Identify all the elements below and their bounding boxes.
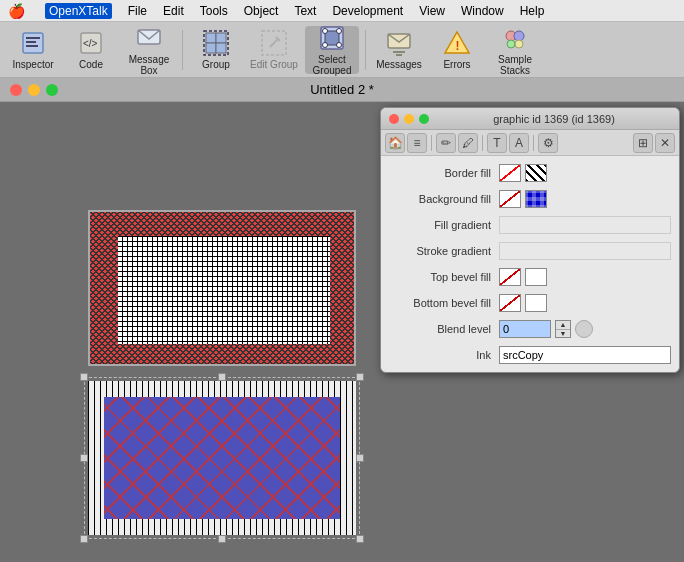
itool-pen[interactable]: 🖊 (458, 133, 478, 153)
toolbar-samplestacks[interactable]: Sample Stacks (488, 26, 542, 74)
row-fill-gradient: Fill gradient (381, 212, 679, 238)
toolbar-messages-label: Messages (376, 59, 422, 70)
svg-rect-3 (26, 45, 38, 47)
svg-point-15 (323, 28, 328, 33)
swatch-border-fill-1[interactable] (499, 164, 521, 182)
itool-right-group: ⊞ ✕ (633, 133, 675, 153)
svg-point-18 (337, 42, 342, 47)
toolbar-editgroup[interactable]: Edit Group (247, 26, 301, 74)
toolbar-samplestacks-label: Sample Stacks (488, 54, 542, 76)
inspector-toolbar: 🏠 ≡ ✏ 🖊 T A ⚙ ⊞ ✕ (381, 130, 679, 156)
shape-bottom-blue (104, 397, 340, 519)
svg-rect-7 (206, 33, 216, 43)
handle-tc[interactable] (218, 373, 226, 381)
toolbar-sep-2 (365, 30, 366, 70)
menubar-window[interactable]: Window (461, 4, 504, 18)
ink-input[interactable] (499, 346, 671, 364)
itool-font[interactable]: A (509, 133, 529, 153)
messages-icon (385, 29, 413, 57)
minimize-button[interactable] (28, 84, 40, 96)
itool-grid[interactable]: ⊞ (633, 133, 653, 153)
stepper-down[interactable]: ▼ (556, 330, 570, 338)
menubar-development[interactable]: Development (332, 4, 403, 18)
toolbar-code[interactable]: </> Code (64, 26, 118, 74)
menubar-help[interactable]: Help (520, 4, 545, 18)
samplestacks-icon (501, 24, 529, 52)
swatch-border-fill-2[interactable] (525, 164, 547, 182)
menubar-view[interactable]: View (419, 4, 445, 18)
handle-tl[interactable] (80, 373, 88, 381)
zoom-button[interactable] (46, 84, 58, 96)
menubar-text[interactable]: Text (294, 4, 316, 18)
label-fill-gradient: Fill gradient (389, 219, 499, 231)
handle-mr[interactable] (356, 454, 364, 462)
control-blend-level: ▲ ▼ (499, 320, 671, 338)
menubar-file[interactable]: File (128, 4, 147, 18)
inspector-minimize[interactable] (404, 114, 414, 124)
label-top-bevel: Top bevel fill (389, 271, 499, 283)
label-bottom-bevel: Bottom bevel fill (389, 297, 499, 309)
swatch-bottom-bevel-1[interactable] (499, 294, 521, 312)
fill-gradient-field (499, 216, 671, 234)
inspector-panel: graphic id 1369 (id 1369) 🏠 ≡ ✏ 🖊 T A ⚙ … (380, 107, 680, 373)
handle-tr[interactable] (356, 373, 364, 381)
toolbar-inspector-label: Inspector (12, 59, 53, 70)
toolbar-inspector[interactable]: Inspector (6, 26, 60, 74)
row-background-fill: Background fill (381, 186, 679, 212)
swatch-top-bevel-2[interactable] (525, 268, 547, 286)
handle-br[interactable] (356, 535, 364, 543)
toolbar-selectgrouped[interactable]: Select Grouped (305, 26, 359, 74)
itool-gear[interactable]: ⚙ (538, 133, 558, 153)
svg-text:</>: </> (83, 38, 98, 49)
itool-close[interactable]: ✕ (655, 133, 675, 153)
toolbar-group[interactable]: Group (189, 26, 243, 74)
menubar-object[interactable]: Object (244, 4, 279, 18)
stepper-up[interactable]: ▲ (556, 321, 570, 330)
svg-point-16 (337, 28, 342, 33)
toolbar-errors[interactable]: ! Errors (430, 26, 484, 74)
handle-bl[interactable] (80, 535, 88, 543)
inspector-close[interactable] (389, 114, 399, 124)
itool-text[interactable]: T (487, 133, 507, 153)
menubar-openxtalk[interactable]: OpenXTalk (45, 3, 112, 19)
inspector-icon (19, 29, 47, 57)
menubar-tools[interactable]: Tools (200, 4, 228, 18)
toolbar: Inspector </> Code Message Box (0, 22, 684, 78)
itool-list[interactable]: ≡ (407, 133, 427, 153)
inspector-zoom[interactable] (419, 114, 429, 124)
selectgrouped-icon (318, 24, 346, 52)
toolbar-messages[interactable]: Messages (372, 26, 426, 74)
label-ink: Ink (389, 349, 499, 361)
swatch-bottom-bevel-2[interactable] (525, 294, 547, 312)
shape-top-outer[interactable] (88, 210, 356, 366)
swatch-bg-fill-2[interactable] (525, 190, 547, 208)
blend-circle-btn[interactable] (575, 320, 593, 338)
traffic-lights (10, 84, 58, 96)
handle-bc[interactable] (218, 535, 226, 543)
handle-ml[interactable] (80, 454, 88, 462)
errors-icon: ! (443, 29, 471, 57)
label-stroke-gradient: Stroke gradient (389, 245, 499, 257)
label-border-fill: Border fill (389, 167, 499, 179)
window-title: Untitled 2 * (310, 82, 374, 97)
blend-stepper[interactable]: ▲ ▼ (555, 320, 571, 338)
control-stroke-gradient (499, 242, 671, 260)
itool-home[interactable]: 🏠 (385, 133, 405, 153)
close-button[interactable] (10, 84, 22, 96)
swatch-bg-fill-1[interactable] (499, 190, 521, 208)
row-bottom-bevel: Bottom bevel fill (381, 290, 679, 316)
apple-menu[interactable]: 🍎 (8, 3, 25, 19)
inspector-titlebar: graphic id 1369 (id 1369) (381, 108, 679, 130)
toolbar-messagebox[interactable]: Message Box (122, 26, 176, 74)
blend-level-input[interactable] (499, 320, 551, 338)
menubar-edit[interactable]: Edit (163, 4, 184, 18)
code-icon: </> (77, 29, 105, 57)
itool-pencil[interactable]: ✏ (436, 133, 456, 153)
swatch-top-bevel-1[interactable] (499, 268, 521, 286)
shape-bottom-container[interactable] (84, 377, 360, 539)
window-titlebar: Untitled 2 * (0, 78, 684, 102)
control-background-fill (499, 190, 671, 208)
inspector-body: Border fill Background fill Fill gradien… (381, 156, 679, 372)
row-blend-level: Blend level ▲ ▼ (381, 316, 679, 342)
messagebox-icon (135, 24, 163, 52)
